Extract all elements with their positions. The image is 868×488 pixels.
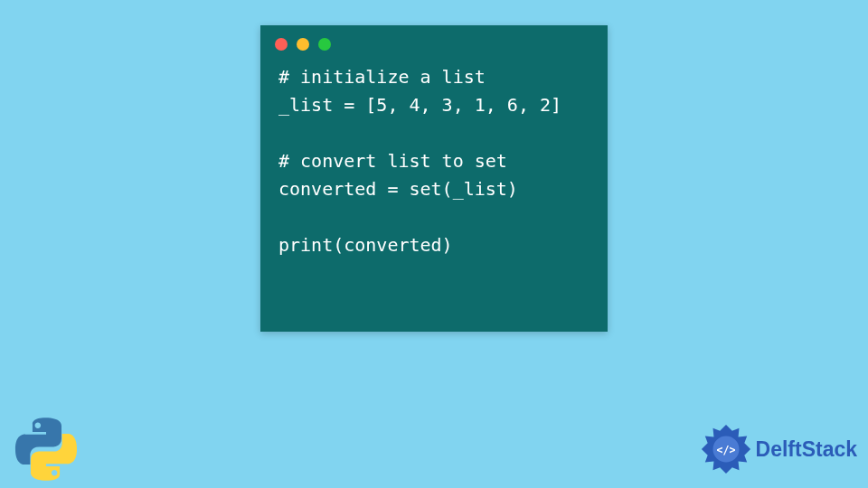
code-window: # initialize a list _list = [5, 4, 3, 1,… — [260, 25, 608, 332]
maximize-icon — [318, 38, 331, 51]
traffic-lights — [260, 25, 608, 58]
close-icon — [275, 38, 288, 51]
code-content: # initialize a list _list = [5, 4, 3, 1,… — [260, 58, 608, 265]
code-line: converted = set(_list) — [278, 178, 518, 200]
code-line: # convert list to set — [278, 150, 507, 172]
delftstack-badge-icon: </> — [700, 423, 752, 475]
delftstack-text: DelftStack — [756, 437, 857, 462]
delftstack-logo: </> DelftStack — [700, 423, 857, 475]
code-line: print(converted) — [278, 234, 453, 256]
svg-text:</>: </> — [716, 444, 735, 456]
code-line: # initialize a list — [278, 66, 486, 88]
minimize-icon — [297, 38, 309, 51]
code-line: _list = [5, 4, 3, 1, 6, 2] — [278, 94, 561, 116]
python-logo-icon — [14, 417, 79, 482]
